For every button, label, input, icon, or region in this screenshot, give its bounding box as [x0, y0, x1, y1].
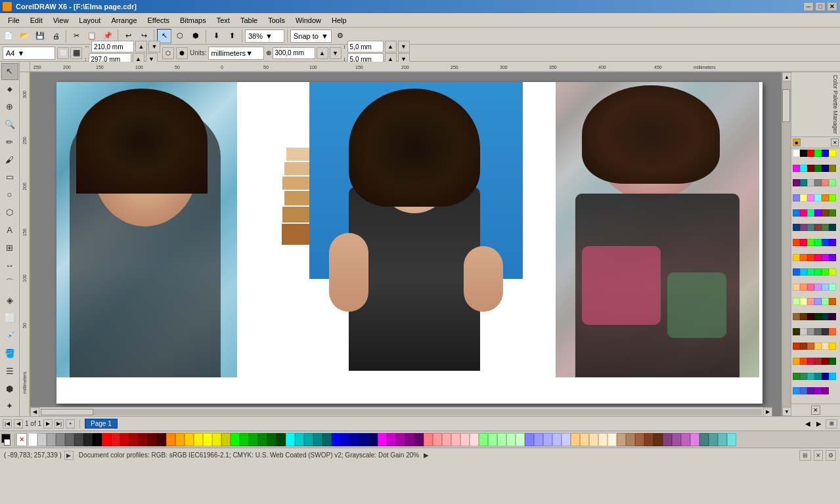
palette-color-cell[interactable] [807, 313, 814, 320]
width-input[interactable] [91, 41, 134, 52]
bottom-palette-cell[interactable] [304, 433, 313, 446]
bottom-palette-cell[interactable] [47, 433, 56, 446]
palette-color-cell[interactable] [814, 224, 822, 231]
smear-tool[interactable]: ✦ [1, 398, 18, 415]
palette-color-cell[interactable] [793, 358, 800, 365]
bottom-palette-cell[interactable] [488, 433, 497, 446]
pos-up[interactable]: ▲ [317, 47, 328, 59]
bottom-palette-cell[interactable] [460, 433, 470, 446]
palette-color-cell[interactable] [829, 373, 836, 380]
palette-color-cell[interactable] [814, 328, 822, 335]
bottom-palette-cell[interactable] [589, 433, 598, 446]
palette-color-cell[interactable] [822, 343, 829, 350]
freehand-button[interactable]: ⬡ [173, 29, 187, 43]
palette-color-cell[interactable] [793, 343, 800, 350]
palette-color-cell[interactable] [807, 358, 814, 365]
palette-color-cell[interactable] [800, 165, 807, 172]
hscroll-track[interactable] [41, 409, 762, 415]
fill-tool[interactable]: 🪣 [1, 345, 18, 362]
page-scroll-left[interactable]: ◀ [803, 419, 812, 429]
palette-color-cell[interactable] [814, 284, 822, 291]
bottom-palette-cell[interactable] [286, 433, 295, 446]
palette-color-cell[interactable] [793, 179, 800, 186]
snap-to-dropdown[interactable]: Snap to ▼ [290, 30, 332, 43]
palette-color-cell[interactable] [800, 179, 807, 186]
vscroll-bar[interactable]: ▲ ▼ [782, 72, 791, 416]
bottom-palette-cell[interactable] [322, 433, 332, 446]
zoom-dropdown[interactable]: 38% ▼ [245, 30, 284, 43]
palette-close-btn[interactable]: ✕ [811, 406, 820, 415]
palette-color-cell[interactable] [822, 313, 829, 320]
coords-expand-btn[interactable]: ▶ [64, 451, 74, 460]
table-tool[interactable]: ⊞ [1, 239, 18, 256]
rectangle-tool[interactable]: ▭ [1, 169, 18, 186]
palette-color-cell[interactable] [793, 209, 800, 217]
outline-tool[interactable]: ☰ [1, 362, 18, 379]
freehand-draw-tool[interactable]: ✏ [1, 133, 18, 150]
shape-tool[interactable]: ◆ [1, 81, 18, 98]
palette-color-cell[interactable] [822, 239, 829, 246]
palette-color-cell[interactable] [829, 254, 836, 261]
view-btn[interactable]: ⊞ [799, 450, 811, 461]
bottom-palette-cell[interactable] [341, 433, 350, 446]
bottom-palette-cell[interactable] [221, 433, 231, 446]
palette-color-cell[interactable] [814, 387, 822, 394]
palette-color-cell[interactable] [793, 239, 800, 246]
palette-color-cell[interactable] [829, 179, 836, 186]
bottom-palette-cell[interactable] [139, 433, 148, 446]
bottom-palette-cell[interactable] [653, 433, 663, 446]
palette-color-cell[interactable] [800, 373, 807, 380]
page-nav-next[interactable]: ▶ [43, 419, 53, 429]
page-tab-1[interactable]: Page 1 [85, 419, 118, 429]
palette-color-cell[interactable] [814, 358, 822, 365]
palette-color-cell[interactable] [807, 387, 814, 394]
width-down[interactable]: ▼ [148, 41, 160, 52]
palette-color-cell[interactable] [822, 224, 829, 231]
palette-color-cell[interactable] [793, 313, 800, 320]
palette-color-cell[interactable] [822, 165, 829, 172]
palette-color-cell[interactable] [800, 387, 807, 394]
bottom-palette-cell[interactable] [644, 433, 653, 446]
landscape-button[interactable]: ⬛ [70, 47, 82, 59]
select-tool[interactable]: ↖ [1, 63, 18, 80]
page-options2-btn[interactable]: ⬢ [176, 47, 188, 59]
color-eyedropper-tool[interactable]: 💉 [1, 327, 18, 345]
palette-color-cell[interactable] [814, 209, 822, 217]
new-button[interactable]: 📄 [1, 29, 16, 43]
palette-color-cell[interactable] [814, 268, 822, 276]
bottom-palette-cell[interactable] [497, 433, 506, 446]
palette-color-cell[interactable] [822, 268, 829, 276]
menu-table[interactable]: Table [235, 15, 263, 26]
bottom-palette-cell[interactable] [414, 433, 424, 446]
bottom-palette-cell[interactable] [148, 433, 157, 446]
bottom-palette-cell[interactable] [543, 433, 552, 446]
bottom-palette-cell[interactable] [506, 433, 516, 446]
bottom-palette-cell[interactable] [396, 433, 405, 446]
palette-color-cell[interactable] [800, 298, 807, 305]
palette-color-cell[interactable] [822, 373, 829, 380]
bottom-palette-cell[interactable] [102, 433, 111, 446]
palette-color-cell[interactable] [829, 165, 836, 172]
width-up[interactable]: ▲ [135, 41, 147, 52]
crop-tool[interactable]: ⊕ [1, 98, 18, 116]
palette-ctrl-1[interactable]: ■ [793, 138, 801, 146]
bottom-palette-cell[interactable] [699, 433, 709, 446]
smart-fill-button[interactable]: ⬢ [188, 29, 203, 43]
page-nav-first[interactable]: |◀ [3, 419, 12, 429]
bottom-palette-cell[interactable] [718, 433, 727, 446]
palette-color-cell[interactable] [800, 239, 807, 246]
palette-color-cell[interactable] [793, 328, 800, 335]
palette-color-cell[interactable] [822, 179, 829, 186]
bottom-palette-cell[interactable] [37, 433, 47, 446]
palette-color-cell[interactable] [807, 179, 814, 186]
text-tool[interactable]: A [1, 222, 18, 239]
palette-color-cell[interactable] [807, 254, 814, 261]
bottom-palette-cell[interactable] [93, 433, 102, 446]
nudge1-input[interactable] [347, 41, 384, 52]
save-button[interactable]: 💾 [33, 29, 47, 43]
menu-view[interactable]: View [48, 15, 74, 26]
palette-color-cell[interactable] [807, 343, 814, 350]
bottom-palette-cell[interactable] [470, 433, 479, 446]
bottom-palette-cell[interactable] [617, 433, 626, 446]
bottom-palette-cell[interactable] [580, 433, 589, 446]
